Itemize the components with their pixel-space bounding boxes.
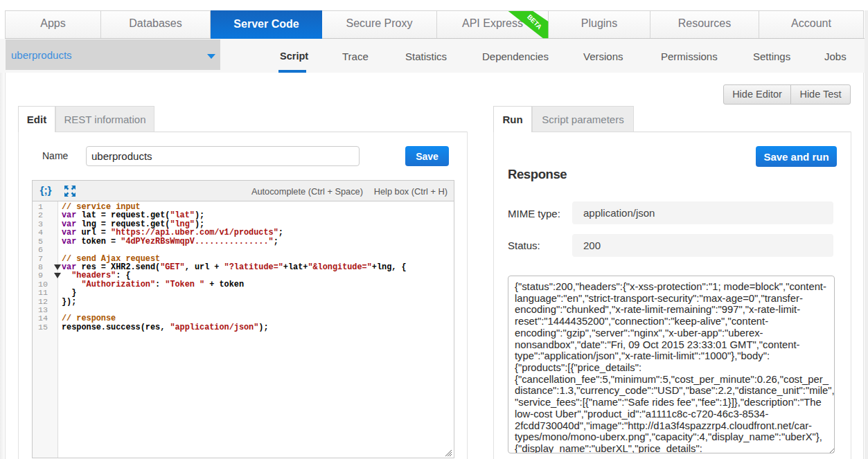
svg-text:{;}: {;} — [39, 184, 51, 196]
